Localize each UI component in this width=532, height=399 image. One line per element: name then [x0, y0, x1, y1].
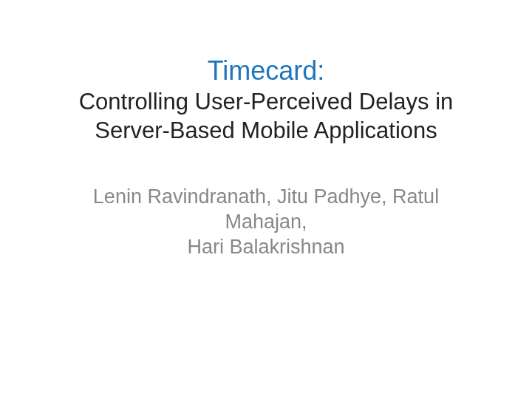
title-line: Timecard: [44, 55, 488, 86]
authors-line: Lenin Ravindranath, Jitu Padhye, Ratul M… [66, 185, 466, 235]
title-main: Timecard [208, 55, 318, 86]
subtitle-line: Server-Based Mobile Applications [44, 117, 488, 144]
title-block: Timecard: Controlling User-Perceived Del… [44, 55, 488, 144]
authors-block: Lenin Ravindranath, Jitu Padhye, Ratul M… [44, 185, 488, 259]
subtitle-line: Controlling User-Perceived Delays in [44, 88, 488, 115]
title-colon: : [317, 55, 324, 86]
authors-line: Hari Balakrishnan [66, 235, 466, 260]
